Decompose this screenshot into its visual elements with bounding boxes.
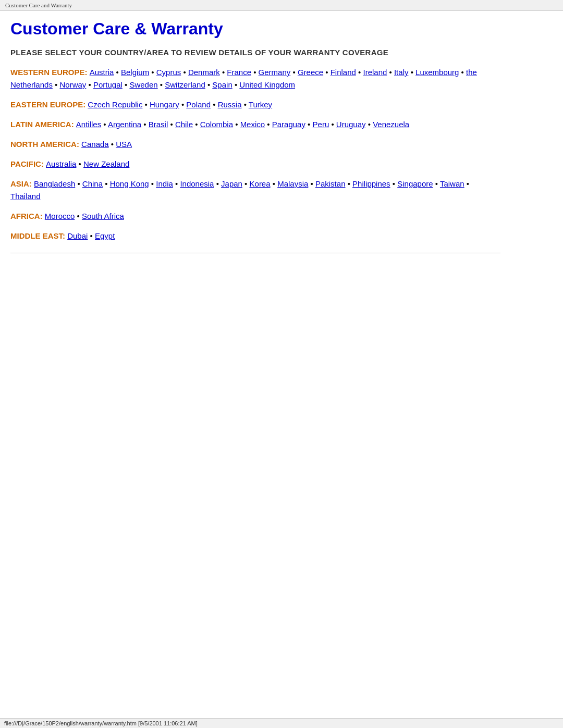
- country-link-canada[interactable]: Canada: [81, 140, 109, 149]
- region-label-pacific: PACIFIC:: [10, 159, 46, 168]
- country-link-dubai[interactable]: Dubai: [67, 231, 88, 240]
- country-link-turkey[interactable]: Turkey: [249, 100, 272, 109]
- country-link-hong-kong[interactable]: Hong Kong: [110, 179, 149, 188]
- country-link-south-africa[interactable]: South Africa: [82, 212, 124, 220]
- region-label-africa: AFRICA:: [10, 212, 45, 220]
- country-link-united-kingdom[interactable]: United Kingdom: [239, 80, 295, 89]
- region-western-europe: WESTERN EUROPE: Austria • Belgium • Cypr…: [10, 66, 500, 91]
- country-link-china[interactable]: China: [82, 179, 103, 188]
- country-link-peru[interactable]: Peru: [313, 120, 329, 129]
- country-link-india[interactable]: India: [156, 179, 173, 188]
- region-label-eastern-europe: EASTERN EUROPE:: [10, 100, 88, 109]
- country-link-indonesia[interactable]: Indonesia: [180, 179, 214, 188]
- country-link-ireland[interactable]: Ireland: [363, 68, 387, 77]
- region-middle-east: MIDDLE EAST: Dubai • Egypt: [10, 230, 500, 242]
- country-link-taiwan[interactable]: Taiwan: [440, 179, 464, 188]
- country-link-colombia[interactable]: Colombia: [200, 120, 233, 129]
- country-link-japan[interactable]: Japan: [221, 179, 242, 188]
- country-link-morocco[interactable]: Morocco: [45, 212, 75, 220]
- country-link-greece[interactable]: Greece: [298, 68, 323, 77]
- separator: [10, 253, 500, 253]
- country-link-mexico[interactable]: Mexico: [240, 120, 265, 129]
- region-eastern-europe: EASTERN EUROPE: Czech Republic • Hungary…: [10, 98, 500, 111]
- country-link-switzerland[interactable]: Switzerland: [165, 80, 205, 89]
- region-label-asia: ASIA:: [10, 179, 34, 188]
- country-link-korea[interactable]: Korea: [250, 179, 271, 188]
- country-link-chile[interactable]: Chile: [175, 120, 193, 129]
- country-link-hungary[interactable]: Hungary: [150, 100, 179, 109]
- country-link-russia[interactable]: Russia: [218, 100, 242, 109]
- country-link-australia[interactable]: Australia: [46, 159, 76, 168]
- country-link-thailand[interactable]: Thailand: [10, 192, 41, 201]
- country-link-germany[interactable]: Germany: [259, 68, 291, 77]
- region-label-middle-east: MIDDLE EAST:: [10, 231, 67, 240]
- region-latin-america: LATIN AMERICA: Antilles • Argentina • Br…: [10, 118, 500, 131]
- country-link-france[interactable]: France: [227, 68, 251, 77]
- country-link-sweden[interactable]: Sweden: [129, 80, 157, 89]
- country-link-usa[interactable]: USA: [116, 140, 132, 149]
- country-link-new-zealand[interactable]: New Zealand: [83, 159, 129, 168]
- country-link-spain[interactable]: Spain: [212, 80, 232, 89]
- country-link-cyprus[interactable]: Cyprus: [156, 68, 181, 77]
- country-link-pakistan[interactable]: Pakistan: [315, 179, 346, 188]
- country-link-czech-republic[interactable]: Czech Republic: [88, 100, 142, 109]
- region-pacific: PACIFIC: Australia • New Zealand: [10, 158, 500, 170]
- region-africa: AFRICA: Morocco • South Africa: [10, 210, 500, 223]
- country-link-poland[interactable]: Poland: [186, 100, 211, 109]
- page-title: Customer Care & Warranty: [10, 19, 500, 39]
- region-label-latin-america: LATIN AMERICA:: [10, 120, 76, 129]
- country-link-italy[interactable]: Italy: [394, 68, 409, 77]
- country-link-singapore[interactable]: Singapore: [397, 179, 433, 188]
- country-link-paraguay[interactable]: Paraguay: [272, 120, 305, 129]
- browser-tab: Customer Care and Warranty: [0, 0, 563, 11]
- country-link-malaysia[interactable]: Malaysia: [277, 179, 308, 188]
- country-link-finland[interactable]: Finland: [331, 68, 356, 77]
- regions-container: WESTERN EUROPE: Austria • Belgium • Cypr…: [10, 66, 500, 242]
- country-link-egypt[interactable]: Egypt: [95, 231, 115, 240]
- country-link-brasil[interactable]: Brasil: [149, 120, 168, 129]
- country-link-antilles[interactable]: Antilles: [76, 120, 101, 129]
- country-link-argentina[interactable]: Argentina: [108, 120, 141, 129]
- country-link-philippines[interactable]: Philippines: [352, 179, 390, 188]
- country-link-uruguay[interactable]: Uruguay: [336, 120, 366, 129]
- region-label-western-europe: WESTERN EUROPE:: [10, 68, 90, 77]
- browser-tab-label: Customer Care and Warranty: [5, 2, 72, 8]
- country-link-bangladesh[interactable]: Bangladesh: [34, 179, 75, 188]
- region-north-america: NORTH AMERICA: Canada • USA: [10, 138, 500, 151]
- country-link-belgium[interactable]: Belgium: [121, 68, 149, 77]
- page-subtitle: PLEASE SELECT YOUR COUNTRY/AREA TO REVIE…: [10, 48, 500, 57]
- region-label-north-america: NORTH AMERICA:: [10, 140, 81, 149]
- country-link-luxembourg[interactable]: Luxembourg: [415, 68, 459, 77]
- country-link-venezuela[interactable]: Venezuela: [373, 120, 409, 129]
- region-asia: ASIA: Bangladesh • China • Hong Kong • I…: [10, 178, 500, 203]
- country-link-portugal[interactable]: Portugal: [93, 80, 123, 89]
- country-link-norway[interactable]: Norway: [59, 80, 86, 89]
- main-content: Customer Care & Warranty PLEASE SELECT Y…: [0, 11, 511, 285]
- country-link-austria[interactable]: Austria: [90, 68, 114, 77]
- country-link-denmark[interactable]: Denmark: [188, 68, 220, 77]
